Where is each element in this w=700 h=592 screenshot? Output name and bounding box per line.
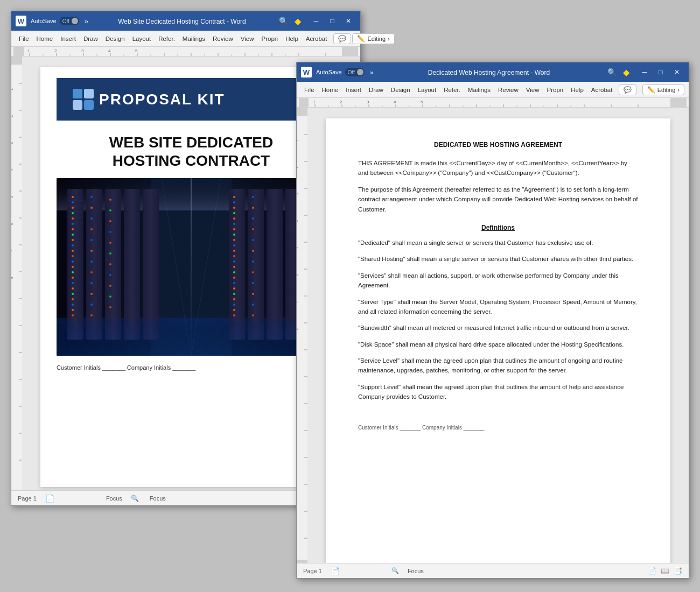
doc-def-1: "Dedicated" shall mean a single server o… xyxy=(358,238,638,248)
svg-point-80 xyxy=(72,250,74,252)
autosave-label-1: AutoSave xyxy=(31,18,57,24)
menu-file-2[interactable]: File xyxy=(301,85,318,95)
menu-acrobat-2[interactable]: Acrobat xyxy=(588,85,616,95)
status-bar-2: Page 1 📄 🔍 Focus 📄 📖 📑 xyxy=(297,563,689,578)
svg-point-148 xyxy=(252,293,254,295)
doc-def-4: "Server Type" shall mean the Server Mode… xyxy=(358,297,638,317)
svg-point-96 xyxy=(90,228,93,230)
menu-propri-2[interactable]: Propri xyxy=(543,85,566,95)
close-button-2[interactable]: ✕ xyxy=(669,67,684,77)
svg-text:3: 3 xyxy=(81,48,84,53)
pk-squares xyxy=(73,89,94,110)
menu-draw-2[interactable]: Draw xyxy=(366,85,387,95)
svg-point-145 xyxy=(252,260,254,263)
svg-text:5: 5 xyxy=(11,196,13,198)
menu-view-2[interactable]: View xyxy=(523,85,543,95)
doc-icon-1[interactable]: 📄 xyxy=(45,494,54,503)
svg-text:4: 4 xyxy=(394,100,396,104)
focus-text-2[interactable]: Focus xyxy=(408,568,424,574)
menu-home-1[interactable]: Home xyxy=(33,34,57,44)
menu-references-2[interactable]: Refer. xyxy=(440,85,464,95)
maximize-button-2[interactable]: □ xyxy=(653,67,668,77)
server-scene xyxy=(57,178,326,356)
pk-sq-4 xyxy=(84,100,94,110)
svg-point-90 xyxy=(72,304,74,306)
menu-mailings-1[interactable]: Mailings xyxy=(179,34,208,44)
svg-point-81 xyxy=(72,255,74,257)
menu-design-1[interactable]: Design xyxy=(102,34,128,44)
autosave-label-2: AutoSave xyxy=(316,69,342,75)
svg-point-140 xyxy=(252,207,254,209)
svg-text:2: 2 xyxy=(54,48,57,53)
svg-text:7: 7 xyxy=(297,301,299,303)
search-button-2[interactable]: 🔍 xyxy=(604,67,620,77)
chevrons-2: » xyxy=(370,68,374,76)
svg-point-114 xyxy=(109,295,111,298)
svg-point-110 xyxy=(109,252,111,255)
focus-text-1[interactable]: Focus xyxy=(150,495,166,502)
view-icon-6[interactable]: 📑 xyxy=(674,567,682,575)
maximize-button-1[interactable]: □ xyxy=(325,16,340,26)
menu-draw-1[interactable]: Draw xyxy=(80,34,101,44)
focus-label-1[interactable]: Focus xyxy=(106,495,122,502)
autosave-toggle-2[interactable]: Off xyxy=(345,68,365,76)
menu-help-2[interactable]: Help xyxy=(568,85,587,95)
svg-point-108 xyxy=(109,231,111,233)
toggle-text-2: Off xyxy=(348,69,355,75)
menu-acrobat-1[interactable]: Acrobat xyxy=(303,34,331,44)
doc-def-2: "Shared Hosting" shall mean a single ser… xyxy=(358,254,638,264)
autosave-toggle-1[interactable]: Off xyxy=(60,17,79,25)
svg-text:5: 5 xyxy=(421,100,423,104)
v-ruler-2: 1 2 3 4 5 6 7 8 xyxy=(297,108,307,563)
menu-design-2[interactable]: Design xyxy=(388,85,414,95)
doc-def-3: "Services" shall mean all actions, suppo… xyxy=(358,271,638,291)
menu-home-2[interactable]: Home xyxy=(319,85,342,95)
svg-rect-31 xyxy=(11,57,22,65)
svg-point-84 xyxy=(72,271,74,273)
editing-label-1: Editing xyxy=(367,36,386,42)
view-icon-5[interactable]: 📖 xyxy=(661,567,669,575)
editing-button-1[interactable]: ✏️ Editing › xyxy=(352,33,394,44)
cover-title-line1: WEB SITE DEDICATED xyxy=(57,133,326,152)
svg-point-97 xyxy=(90,239,93,241)
svg-text:7: 7 xyxy=(11,250,13,252)
editing-button-2[interactable]: ✏️ Editing › xyxy=(642,84,684,95)
menu-insert-1[interactable]: Insert xyxy=(57,34,79,44)
menu-layout-2[interactable]: Layout xyxy=(415,85,440,95)
svg-point-149 xyxy=(252,304,254,306)
menu-help-1[interactable]: Help xyxy=(282,34,302,44)
minimize-button-1[interactable]: ─ xyxy=(309,16,324,26)
svg-point-105 xyxy=(109,199,111,201)
menu-insert-2[interactable]: Insert xyxy=(342,85,365,95)
svg-text:4: 4 xyxy=(297,220,299,222)
search-button-1[interactable]: 🔍 xyxy=(276,16,291,26)
menu-review-1[interactable]: Review xyxy=(209,34,236,44)
svg-point-94 xyxy=(90,207,93,209)
svg-text:1: 1 xyxy=(313,100,316,104)
minimize-button-2[interactable]: ─ xyxy=(637,67,652,77)
menu-file-1[interactable]: File xyxy=(16,34,32,44)
doc-icon-2[interactable]: 📄 xyxy=(331,567,340,575)
menu-mailings-2[interactable]: Mailings xyxy=(465,85,494,95)
initials-text-2: Customer Initials _______ Company Initia… xyxy=(358,425,485,431)
svg-rect-188 xyxy=(299,98,309,108)
menu-review-2[interactable]: Review xyxy=(495,85,522,95)
pk-sq-3 xyxy=(73,100,82,110)
view-icon-4[interactable]: 📄 xyxy=(648,567,656,575)
svg-point-115 xyxy=(109,306,111,308)
menu-references-1[interactable]: Refer. xyxy=(155,34,178,44)
svg-point-100 xyxy=(90,271,93,273)
comment-button-2[interactable]: 💬 xyxy=(619,84,636,95)
svg-point-116 xyxy=(233,196,235,198)
menu-layout-1[interactable]: Layout xyxy=(129,34,155,44)
close-button-1[interactable]: ✕ xyxy=(341,16,356,26)
svg-text:4: 4 xyxy=(11,169,13,171)
comment-button-1[interactable]: 💬 xyxy=(333,33,351,44)
designer-icon-1[interactable]: ◆ xyxy=(295,16,301,26)
pk-title: PROPOSAL KIT xyxy=(99,91,225,108)
cover-title-line2: HOSTING CONTRACT xyxy=(57,152,326,170)
doc-area-2: DEDICATED WEB HOSTING AGREEMENT THIS AGR… xyxy=(307,108,689,563)
menu-propri-1[interactable]: Propri xyxy=(258,34,281,44)
menu-view-1[interactable]: View xyxy=(237,34,257,44)
designer-icon-2[interactable]: ◆ xyxy=(623,67,629,77)
